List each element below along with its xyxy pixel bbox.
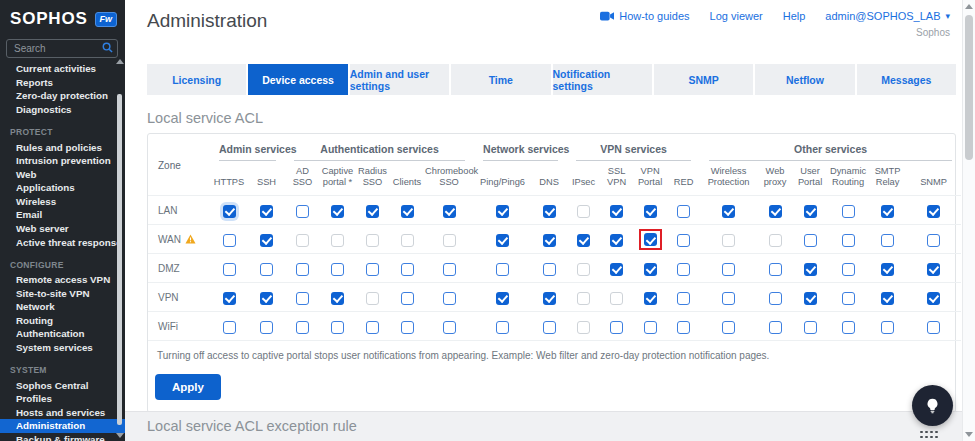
sidebar-item-zero-day-protection[interactable]: Zero-day protection: [0, 89, 125, 103]
checkbox-wifi-dns[interactable]: [543, 321, 556, 334]
checkbox-lan-radius-sso[interactable]: [366, 205, 379, 218]
checkbox-dmz-captive-portal[interactable]: [331, 263, 344, 276]
checkbox-lan-dns[interactable]: [543, 205, 556, 218]
checkbox-lan-red[interactable]: [677, 205, 690, 218]
checkbox-wifi-web-proxy[interactable]: [769, 321, 782, 334]
assistant-button[interactable]: [912, 385, 953, 426]
checkbox-vpn-web-proxy[interactable]: [769, 292, 782, 305]
checkbox-vpn-ad-sso[interactable]: [296, 292, 309, 305]
how-to-guides-link[interactable]: How-to guides: [600, 10, 689, 22]
sidebar-item-rules-and-policies[interactable]: Rules and policies: [0, 140, 125, 154]
tab-notification-settings[interactable]: Notification settings: [551, 64, 652, 95]
tab-device-access[interactable]: Device access: [246, 64, 347, 95]
checkbox-lan-web-proxy[interactable]: [769, 205, 782, 218]
checkbox-wifi-red[interactable]: [677, 321, 690, 334]
checkbox-wifi-chromebook-sso[interactable]: [443, 321, 456, 334]
checkbox-dmz-wireless-protection[interactable]: [722, 263, 735, 276]
checkbox-dmz-radius-sso[interactable]: [366, 263, 379, 276]
checkbox-wifi-ssl-vpn[interactable]: [610, 321, 623, 334]
checkbox-wifi-dynamic-routing[interactable]: [842, 321, 855, 334]
checkbox-wifi-ad-sso[interactable]: [296, 321, 309, 334]
checkbox-wifi-captive-portal[interactable]: [331, 321, 344, 334]
checkbox-dmz-clients[interactable]: [401, 263, 414, 276]
sidebar-item-applications[interactable]: Applications: [0, 181, 125, 195]
checkbox-dmz-dynamic-routing[interactable]: [842, 263, 855, 276]
checkbox-wifi-user-portal[interactable]: [804, 321, 817, 334]
sidebar-scrollbar[interactable]: [116, 56, 124, 441]
checkbox-vpn-user-portal[interactable]: [804, 292, 817, 305]
sidebar-item-reports[interactable]: Reports: [0, 76, 125, 90]
checkbox-lan-snmp[interactable]: [927, 205, 940, 218]
checkbox-wifi-vpn-portal[interactable]: [644, 321, 657, 334]
checkbox-dmz-https[interactable]: [223, 263, 236, 276]
checkbox-vpn-wireless-protection[interactable]: [722, 292, 735, 305]
checkbox-wan-smtp-relay[interactable]: [881, 234, 894, 247]
checkbox-vpn-ssh[interactable]: [260, 292, 273, 305]
checkbox-wan-vpn-portal[interactable]: [644, 233, 657, 246]
checkbox-wifi-wireless-protection[interactable]: [722, 321, 735, 334]
page-scrollbar[interactable]: [962, 0, 975, 441]
sidebar-item-administration[interactable]: Administration: [0, 419, 125, 433]
checkbox-dmz-chromebook-sso[interactable]: [443, 263, 456, 276]
sidebar-item-intrusion-prevention[interactable]: Intrusion prevention: [0, 154, 125, 168]
checkbox-wifi-clients[interactable]: [401, 321, 414, 334]
sidebar-item-sophos-central[interactable]: Sophos Central: [0, 378, 125, 392]
sidebar-item-authentication[interactable]: Authentication: [0, 327, 125, 341]
tab-netflow[interactable]: Netflow: [753, 64, 854, 95]
checkbox-vpn-dns[interactable]: [543, 292, 556, 305]
sidebar-item-backup-firmware[interactable]: Backup & firmware: [0, 433, 125, 441]
checkbox-lan-captive-portal[interactable]: [331, 205, 344, 218]
sidebar-item-remote-access-vpn[interactable]: Remote access VPN: [0, 273, 125, 287]
checkbox-wan-https[interactable]: [223, 234, 236, 247]
checkbox-dmz-ad-sso[interactable]: [296, 263, 309, 276]
sidebar-item-email[interactable]: Email: [0, 208, 125, 222]
checkbox-wan-ping-ping6[interactable]: [496, 234, 509, 247]
checkbox-dmz-ssl-vpn[interactable]: [610, 263, 623, 276]
sidebar-item-wireless[interactable]: Wireless: [0, 195, 125, 209]
checkbox-lan-ad-sso[interactable]: [296, 205, 309, 218]
checkbox-dmz-vpn-portal[interactable]: [644, 263, 657, 276]
sidebar-item-web-server[interactable]: Web server: [0, 222, 125, 236]
checkbox-wifi-smtp-relay[interactable]: [881, 321, 894, 334]
help-link[interactable]: Help: [783, 10, 806, 22]
sidebar-item-diagnostics[interactable]: Diagnostics: [0, 103, 125, 117]
sidebar-item-site-to-site-vpn[interactable]: Site-to-site VPN: [0, 287, 125, 301]
checkbox-wan-ssh[interactable]: [260, 234, 273, 247]
checkbox-wan-red[interactable]: [677, 234, 690, 247]
checkbox-lan-ssl-vpn[interactable]: [610, 205, 623, 218]
tab-admin-and-user-settings[interactable]: Admin and user settings: [348, 64, 449, 95]
sidebar-item-system-services[interactable]: System services: [0, 341, 125, 355]
checkbox-lan-user-portal[interactable]: [804, 205, 817, 218]
checkbox-lan-ping-ping6[interactable]: [496, 205, 509, 218]
sidebar-scroll-thumb[interactable]: [117, 94, 122, 425]
checkbox-wan-ipsec[interactable]: [577, 234, 590, 247]
sidebar-item-web[interactable]: Web: [0, 167, 125, 181]
checkbox-lan-wireless-protection[interactable]: [722, 205, 735, 218]
checkbox-dmz-ssh[interactable]: [260, 263, 273, 276]
checkbox-dmz-web-proxy[interactable]: [769, 263, 782, 276]
checkbox-lan-smtp-relay[interactable]: [881, 205, 894, 218]
page-scroll-thumb[interactable]: [965, 15, 973, 160]
checkbox-vpn-vpn-portal[interactable]: [644, 292, 657, 305]
checkbox-vpn-https[interactable]: [223, 292, 236, 305]
sidebar-item-routing[interactable]: Routing: [0, 314, 125, 328]
sidebar-item-active-threat-response[interactable]: Active threat response: [0, 235, 125, 249]
checkbox-lan-clients[interactable]: [401, 205, 414, 218]
checkbox-lan-https[interactable]: [223, 205, 236, 218]
checkbox-vpn-smtp-relay[interactable]: [881, 292, 894, 305]
checkbox-vpn-clients[interactable]: [401, 292, 414, 305]
checkbox-wifi-radius-sso[interactable]: [366, 321, 379, 334]
checkbox-wifi-https[interactable]: [223, 321, 236, 334]
sidebar-item-network[interactable]: Network: [0, 300, 125, 314]
checkbox-wan-user-portal[interactable]: [804, 234, 817, 247]
checkbox-wan-ssl-vpn[interactable]: [610, 234, 623, 247]
scroll-up-icon[interactable]: [965, 4, 973, 9]
checkbox-wifi-ping-ping6[interactable]: [496, 321, 509, 334]
sidebar-item-hosts-and-services[interactable]: Hosts and services: [0, 406, 125, 420]
checkbox-wan-dns[interactable]: [543, 234, 556, 247]
checkbox-vpn-captive-portal[interactable]: [331, 292, 344, 305]
checkbox-vpn-dynamic-routing[interactable]: [842, 292, 855, 305]
tab-messages[interactable]: Messages: [855, 64, 956, 95]
checkbox-dmz-red[interactable]: [677, 263, 690, 276]
checkbox-dmz-ping-ping6[interactable]: [496, 263, 509, 276]
